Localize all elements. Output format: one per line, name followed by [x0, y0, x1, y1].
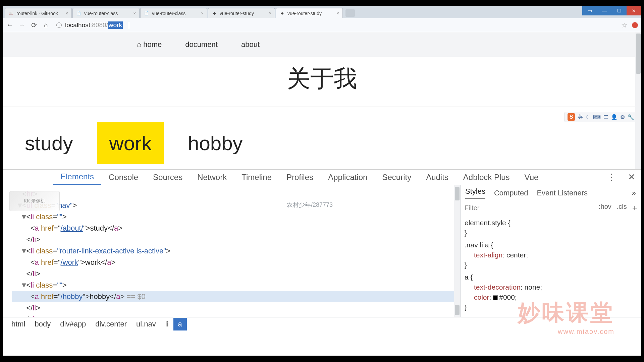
devtools-close-icon[interactable]: ✕: [622, 172, 641, 182]
dt-tab-adblock[interactable]: Adblock Plus: [456, 170, 517, 185]
styles-hov-toggle[interactable]: :hov: [599, 203, 611, 213]
url-selection: work: [108, 21, 123, 29]
page-title: 关于我: [3, 63, 641, 95]
close-tab-icon[interactable]: ×: [269, 11, 271, 16]
dt-tab-console[interactable]: Console: [101, 170, 146, 185]
breadcrumb-item[interactable]: html: [7, 318, 30, 330]
forward-button[interactable]: →: [18, 21, 25, 29]
breadcrumb-item[interactable]: ul.nav: [131, 318, 161, 330]
subnav-hobby[interactable]: hobby: [176, 122, 255, 164]
dt-tab-audits[interactable]: Audits: [419, 170, 456, 185]
browser-tabbar: 📖router-link · GitBook× 📄vue-router-clas…: [3, 6, 641, 18]
new-tab-button[interactable]: [345, 9, 355, 17]
home-icon: ⌂: [137, 40, 141, 49]
dt-tab-security[interactable]: Security: [375, 170, 419, 185]
ime-keyboard-icon[interactable]: ⌨: [593, 114, 601, 120]
close-tab-icon[interactable]: ×: [201, 11, 204, 16]
subnav-work[interactable]: work: [97, 122, 164, 164]
breadcrumb-item[interactable]: div#app: [55, 318, 91, 330]
styles-rules[interactable]: element.style {}….nav li a {text-align: …: [461, 215, 641, 317]
page-topnav: ⌂home document about: [3, 32, 641, 57]
recorder-watermark: KK 录像机: [9, 191, 60, 211]
extension-icon[interactable]: [632, 22, 638, 28]
close-tab-icon[interactable]: ×: [65, 11, 68, 16]
dt-tab-elements[interactable]: Elements: [53, 170, 101, 185]
elements-panel[interactable]: 农村少年/287773 <hr> ▼<ul class="nav"> ▼<li …: [3, 185, 460, 317]
favicon-book-icon: 📖: [8, 11, 14, 16]
styles-panel: Styles Computed Event Listeners » Filter…: [460, 185, 641, 317]
ime-gear-icon[interactable]: ⚙: [620, 114, 625, 120]
favicon-page-icon: 📄: [144, 11, 149, 16]
dt-tab-profiles[interactable]: Profiles: [279, 170, 321, 185]
devtools: Elements Console Sources Network Timelin…: [3, 170, 641, 330]
back-button[interactable]: ←: [6, 21, 13, 29]
breadcrumb-item[interactable]: a: [173, 318, 187, 330]
subnav-study[interactable]: study: [13, 122, 85, 164]
window-maximize-button[interactable]: ☐: [612, 6, 627, 15]
styles-more-icon[interactable]: »: [632, 189, 636, 197]
dt-tab-vue[interactable]: Vue: [517, 170, 546, 185]
reload-button[interactable]: ⟳: [30, 21, 38, 29]
browser-tab-active[interactable]: ◆vue-router-study×: [276, 8, 343, 18]
browser-toolbar: ← → ⟳ ⌂ i localhost:8080/work ☆: [3, 18, 641, 32]
nav-document[interactable]: document: [185, 40, 218, 49]
dt-tab-sources[interactable]: Sources: [146, 170, 190, 185]
breadcrumb-item[interactable]: div.center: [91, 318, 131, 330]
text-cursor: [129, 22, 129, 28]
browser-tab[interactable]: 📖router-link · GitBook×: [5, 8, 72, 18]
styles-add-rule-icon[interactable]: +: [632, 203, 637, 213]
home-button[interactable]: ⌂: [42, 21, 50, 29]
elements-scrollbar[interactable]: [454, 185, 460, 317]
devtools-tabbar: Elements Console Sources Network Timelin…: [3, 170, 641, 185]
divider: [3, 107, 641, 107]
ime-moon-icon[interactable]: ☾: [586, 114, 590, 120]
ime-logo-icon: S: [568, 113, 575, 121]
elements-breadcrumb: htmlbodydiv#appdiv.centerul.navlia: [3, 317, 641, 330]
dt-tab-application[interactable]: Application: [321, 170, 375, 185]
url-host: localhost: [65, 21, 90, 29]
ime-toolbar[interactable]: S 英 ☾ ⌨ ☰ 👤 ⚙ 🔧: [565, 112, 637, 122]
styles-cls-toggle[interactable]: .cls: [617, 203, 627, 213]
watermark-text: 农村少年/287773: [287, 199, 333, 210]
favicon-vue-icon: ◆: [212, 11, 217, 16]
close-tab-icon[interactable]: ×: [336, 11, 339, 16]
styles-tab-computed[interactable]: Computed: [494, 189, 528, 197]
ime-wrench-icon[interactable]: 🔧: [628, 114, 634, 120]
styles-tab-styles[interactable]: Styles: [465, 187, 485, 199]
styles-filter-input[interactable]: Filter: [465, 204, 479, 212]
browser-tab[interactable]: 📄vue-router-class×: [140, 8, 207, 18]
nav-home[interactable]: ⌂home: [137, 40, 162, 49]
dt-tab-timeline[interactable]: Timeline: [234, 170, 279, 185]
window-minimize-button[interactable]: —: [597, 6, 612, 15]
favicon-vue-icon: ◆: [279, 11, 285, 16]
styles-tabbar: Styles Computed Event Listeners »: [461, 185, 641, 201]
window-account-button[interactable]: ▭: [582, 6, 597, 15]
ime-menu-icon[interactable]: ☰: [603, 114, 608, 120]
page-scrollbar[interactable]: [635, 32, 641, 169]
bookmark-star-icon[interactable]: ☆: [621, 21, 627, 29]
address-bar[interactable]: i localhost:8080/work: [54, 20, 616, 30]
styles-tab-listeners[interactable]: Event Listeners: [537, 189, 588, 197]
breadcrumb-item[interactable]: li: [161, 318, 173, 330]
url-port: :8080: [90, 21, 106, 29]
nav-about[interactable]: about: [241, 40, 260, 49]
ime-user-icon[interactable]: 👤: [611, 114, 618, 120]
window-close-button[interactable]: ✕: [627, 6, 641, 15]
devtools-menu-icon[interactable]: ⋮: [601, 172, 622, 182]
browser-tab[interactable]: ◆vue-router-study×: [208, 8, 275, 18]
site-info-icon[interactable]: i: [56, 22, 62, 28]
favicon-page-icon: 📄: [76, 11, 82, 16]
breadcrumb-item[interactable]: body: [30, 318, 56, 330]
ime-lang[interactable]: 英: [578, 114, 583, 121]
dt-tab-network[interactable]: Network: [190, 170, 234, 185]
browser-tab[interactable]: 📄vue-router-class×: [72, 8, 140, 18]
page-viewport: ⌂home document about 关于我 study work hobb…: [3, 32, 641, 170]
close-tab-icon[interactable]: ×: [133, 11, 136, 16]
subnav: study work hobby: [3, 122, 641, 164]
